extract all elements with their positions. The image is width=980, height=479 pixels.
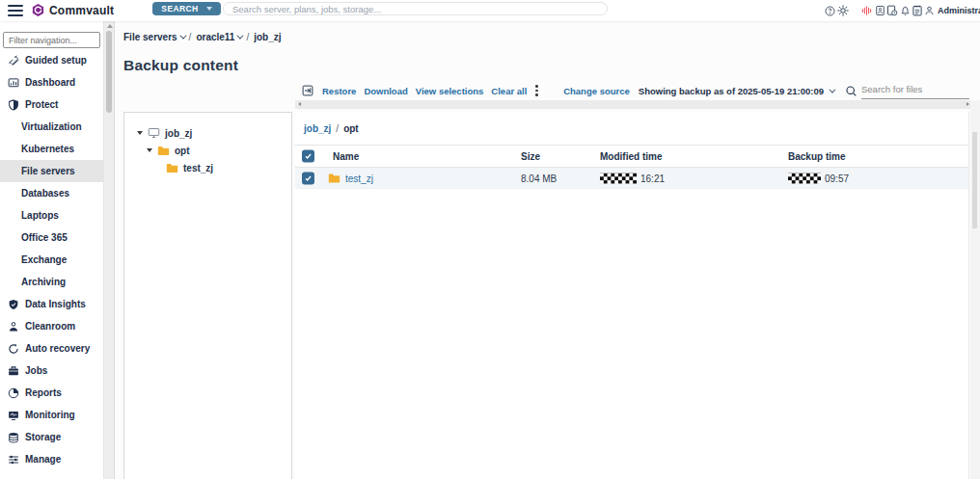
download-button[interactable]: Download	[364, 86, 407, 96]
user-icon[interactable]	[924, 5, 935, 16]
sidebar-item-data-insights[interactable]: Data Insights	[0, 293, 103, 315]
row-checkbox[interactable]	[302, 172, 314, 184]
alerts-bell-icon[interactable]	[900, 5, 911, 16]
sidebar-item-virtualization[interactable]: Virtualization	[0, 116, 103, 138]
commvault-logo: Commvault	[31, 3, 114, 17]
search-icon	[845, 85, 858, 97]
sidebar-item-cleanroom[interactable]: Cleanroom	[0, 315, 103, 337]
sidebar-item-kubernetes[interactable]: Kubernetes	[0, 138, 103, 160]
grid-breadcrumb: job_zj / opt	[295, 112, 968, 146]
jobs-briefcase-icon	[7, 364, 19, 377]
sidebar-item-guided-setup[interactable]: Guided setup	[0, 49, 103, 71]
column-header-backup-time[interactable]: Backup time	[788, 151, 845, 162]
column-header-modified-time[interactable]: Modified time	[600, 151, 662, 162]
sidebar-nav: Guided setup Dashboard Protect Virtualiz…	[0, 49, 103, 470]
restore-button[interactable]: Restore	[322, 86, 356, 96]
file-name-link[interactable]: test_zj	[345, 173, 373, 183]
grid-breadcrumb-opt: opt	[343, 123, 359, 134]
audio-wave-icon[interactable]	[861, 5, 872, 16]
schedule-document-icon[interactable]	[886, 5, 898, 16]
tree-node-test-zj[interactable]: test_zj	[124, 159, 291, 176]
column-header-size[interactable]: Size	[521, 151, 540, 162]
sidebar-item-protect[interactable]: Protect	[0, 93, 103, 116]
search-for-files-input[interactable]: Search for files	[861, 83, 969, 99]
vertical-scrollbar-thumb[interactable]	[972, 132, 977, 228]
guided-setup-icon	[7, 54, 19, 67]
sidebar-item-file-servers[interactable]: File servers	[0, 160, 103, 182]
sidebar-item-dashboard[interactable]: Dashboard	[0, 71, 103, 93]
restore-to-icon[interactable]	[302, 85, 313, 96]
sidebar-item-reports[interactable]: Reports	[0, 382, 103, 404]
grid-panel: job_zj / opt Name Size Modified time Bac…	[295, 112, 969, 479]
events-clipboard-icon[interactable]	[912, 5, 923, 16]
breadcrumb-job-zj[interactable]: job_zj	[254, 32, 281, 42]
reports-icon	[7, 386, 19, 399]
redacted-date-block	[788, 173, 821, 183]
view-selections-button[interactable]: View selections	[416, 86, 484, 96]
table-row[interactable]: test_zj 8.04 MB 16:21 09:57	[295, 168, 968, 189]
sidebar-item-databases[interactable]: Databases	[0, 182, 103, 204]
grid-breadcrumb-job-zj[interactable]: job_zj	[304, 123, 331, 134]
sidebar-item-laptops[interactable]: Laptops	[0, 204, 103, 226]
computer-icon	[148, 127, 160, 139]
file-search: Search for files	[845, 83, 969, 99]
redacted-date-block	[600, 173, 637, 183]
main-content: File servers / oracle11 / job_zj Backup …	[115, 21, 980, 479]
search-button[interactable]: SEARCH	[152, 2, 221, 15]
showing-backup-dropdown[interactable]: Showing backup as of 2025-05-19 21:00:09	[639, 86, 833, 96]
help-icon[interactable]	[825, 6, 835, 16]
folder-icon	[166, 163, 178, 173]
cell-size: 8.04 MB	[521, 173, 557, 183]
breadcrumb-file-servers[interactable]: File servers	[123, 32, 184, 42]
sidebar-item-storage[interactable]: Storage	[0, 426, 103, 448]
page-title: Backup content	[123, 57, 238, 74]
report-document-icon[interactable]	[875, 5, 885, 16]
select-all-checkbox[interactable]	[302, 150, 314, 163]
folder-icon	[328, 173, 340, 183]
breadcrumb-oracle11[interactable]: oracle11	[196, 32, 241, 42]
sidebar-item-manage[interactable]: Manage	[0, 448, 103, 470]
horizontal-scrollbar[interactable]	[295, 100, 972, 109]
vertical-scrollbar[interactable]	[970, 100, 980, 479]
caret-down-icon[interactable]	[147, 148, 152, 152]
chevron-down-icon	[829, 86, 835, 93]
scroll-left-arrow-icon[interactable]	[298, 102, 301, 106]
tree-node-opt[interactable]: opt	[124, 142, 291, 159]
sidebar-item-jobs[interactable]: Jobs	[0, 359, 103, 382]
sidebar-item-exchange[interactable]: Exchange	[0, 249, 103, 271]
caret-down-icon[interactable]	[137, 131, 143, 135]
cell-backup-time: 09:57	[825, 173, 849, 183]
folder-icon	[157, 146, 170, 156]
auto-recovery-icon	[7, 342, 19, 355]
change-source-button[interactable]: Change source	[563, 86, 630, 96]
sidebar: Guided setup Dashboard Protect Virtualiz…	[0, 21, 103, 479]
protect-shield-icon	[7, 98, 19, 111]
more-actions-icon[interactable]	[531, 85, 541, 96]
commvault-logo-icon	[31, 3, 45, 17]
theme-toggle-icon[interactable]	[837, 5, 849, 16]
sidebar-item-office-365[interactable]: Office 365	[0, 226, 103, 249]
scroll-right-arrow-icon[interactable]	[966, 102, 969, 106]
column-header-name[interactable]: Name	[333, 151, 359, 162]
logged-in-user[interactable]: Administra	[938, 6, 980, 15]
clear-all-button[interactable]: Clear all	[491, 86, 527, 96]
hamburger-menu-icon[interactable]	[8, 5, 23, 16]
sidebar-item-monitoring[interactable]: Monitoring	[0, 404, 103, 426]
scrollbar-up-arrow-icon[interactable]	[107, 24, 113, 28]
storage-icon	[7, 431, 19, 443]
sidebar-item-archiving[interactable]: Archiving	[0, 271, 103, 293]
tree-node-job-zj[interactable]: job_zj	[124, 124, 291, 142]
cell-modified-time: 16:21	[640, 173, 665, 183]
search-dropdown-arrow-icon	[206, 7, 212, 11]
sidebar-item-auto-recovery[interactable]: Auto recovery	[0, 337, 103, 359]
topbar: Commvault SEARCH Administra	[0, 0, 980, 21]
global-search-input[interactable]	[223, 2, 608, 15]
manage-icon	[7, 453, 19, 466]
chevron-down-icon	[237, 33, 244, 40]
topbar-right: Administra	[825, 0, 980, 21]
sidebar-scrollbar-thumb[interactable]	[106, 31, 112, 113]
grid-header-row: Name Size Modified time Backup time	[295, 146, 968, 168]
filter-navigation-input[interactable]	[3, 32, 100, 48]
tree-panel: job_zj opt test_zj	[123, 112, 292, 479]
sidebar-scrollbar[interactable]	[103, 21, 115, 479]
